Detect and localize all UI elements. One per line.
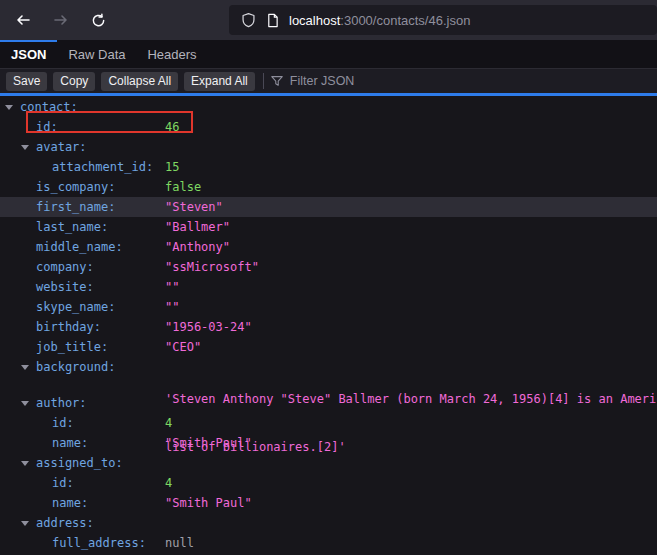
chevron-down-icon[interactable] [21,461,29,466]
json-key: id: [52,476,74,490]
json-value: "Smith Paul" [165,433,252,453]
row-assigned-to-id[interactable]: id: 4 [0,473,657,493]
row-last-name[interactable]: last_name: "Ballmer" [0,217,657,237]
json-key: last_name: [36,220,108,234]
json-value: 46 [165,117,179,137]
json-value: "" [165,277,179,297]
json-key: is_company: [36,180,115,194]
row-is-company[interactable]: is_company: false [0,177,657,197]
row-author[interactable]: author: [0,393,657,413]
row-first-name[interactable]: first_name: "Steven" [0,197,657,217]
row-attachment-id[interactable]: attachment_id: 15 [0,157,657,177]
tab-headers[interactable]: Headers [136,40,207,68]
json-value: "ssMicrosoft" [165,257,259,277]
json-key: job_title: [36,340,108,354]
row-website[interactable]: website: "" [0,277,657,297]
filter-json-input[interactable] [290,74,657,88]
tab-json[interactable]: JSON [0,40,57,68]
json-key: attachment_id: [52,160,153,174]
json-value: 4 [165,413,172,433]
json-key: company: [36,260,94,274]
json-key: middle_name: [36,240,123,254]
row-assigned-to-name[interactable]: name: "Smith Paul" [0,493,657,513]
chevron-down-icon[interactable] [21,401,29,406]
chevron-down-icon[interactable] [5,105,13,110]
url-bar[interactable]: localhost:3000/contacts/46.json [229,5,657,35]
row-contact[interactable]: contact: [0,97,657,117]
json-value: "Anthony" [165,237,230,257]
json-key: contact: [20,100,78,114]
collapse-all-button[interactable]: Collapse All [101,72,178,91]
json-value: null [165,533,194,553]
json-key: background: [36,360,115,374]
row-id[interactable]: id: 46 [0,117,657,137]
json-key: full_address: [52,536,146,550]
json-toolbar: Save Copy Collapse All Expand All [0,69,657,93]
json-value: 15 [165,157,179,177]
reload-icon[interactable] [83,5,113,35]
json-key: first_name: [36,200,115,214]
json-viewer-tabstrip: JSON Raw Data Headers [0,40,657,69]
save-button[interactable]: Save [6,72,47,91]
url-host: localhost [289,13,340,28]
json-value: "1956-03-24" [165,317,252,337]
row-background[interactable]: background: 'Steven Anthony "Steve" Ball… [0,357,657,393]
browser-toolbar: localhost:3000/contacts/46.json [0,0,657,40]
shield-icon[interactable] [241,12,256,28]
row-middle-name[interactable]: middle_name: "Anthony" [0,237,657,257]
json-key: website: [36,280,94,294]
json-value: "Smith Paul" [165,493,252,513]
row-author-name[interactable]: name: "Smith Paul" [0,433,657,453]
json-value: "Steven" [165,197,223,217]
json-key: address: [36,516,94,530]
json-key: name: [52,496,88,510]
json-key: id: [52,416,74,430]
url-text: localhost:3000/contacts/46.json [289,13,470,28]
page-icon [266,13,279,28]
toolbar-separator [263,73,264,89]
json-key: author: [36,396,87,410]
row-company[interactable]: company: "ssMicrosoft" [0,257,657,277]
funnel-icon [270,74,284,88]
chevron-down-icon[interactable] [21,365,29,370]
row-address[interactable]: address: [0,513,657,533]
chevron-down-icon[interactable] [21,521,29,526]
tab-raw-data[interactable]: Raw Data [57,40,136,68]
row-assigned-to[interactable]: assigned_to: [0,453,657,473]
json-key: birthday: [36,320,101,334]
json-value: 4 [165,473,172,493]
row-job-title[interactable]: job_title: "CEO" [0,337,657,357]
json-value: "Ballmer" [165,217,230,237]
back-icon[interactable] [8,5,38,35]
url-path: :3000/contacts/46.json [340,13,470,28]
json-key: id: [36,120,58,134]
json-value: "CEO" [165,337,201,357]
json-value: "" [165,297,179,317]
json-key: skype_name: [36,300,115,314]
forward-icon[interactable] [46,5,76,35]
row-full-address[interactable]: full_address: null [0,533,657,553]
row-avatar[interactable]: avatar: [0,137,657,157]
json-key: name: [52,436,88,450]
json-key: assigned_to: [36,456,123,470]
chevron-down-icon[interactable] [21,145,29,150]
expand-all-button[interactable]: Expand All [184,72,255,91]
filter-json-field [270,74,657,88]
copy-button[interactable]: Copy [53,72,95,91]
json-tree: contact: id: 46 avatar: attachment_id: 1… [0,96,657,555]
json-value: false [165,177,201,197]
row-author-id[interactable]: id: 4 [0,413,657,433]
row-skype-name[interactable]: skype_name: "" [0,297,657,317]
row-birthday[interactable]: birthday: "1956-03-24" [0,317,657,337]
json-key: avatar: [36,140,87,154]
